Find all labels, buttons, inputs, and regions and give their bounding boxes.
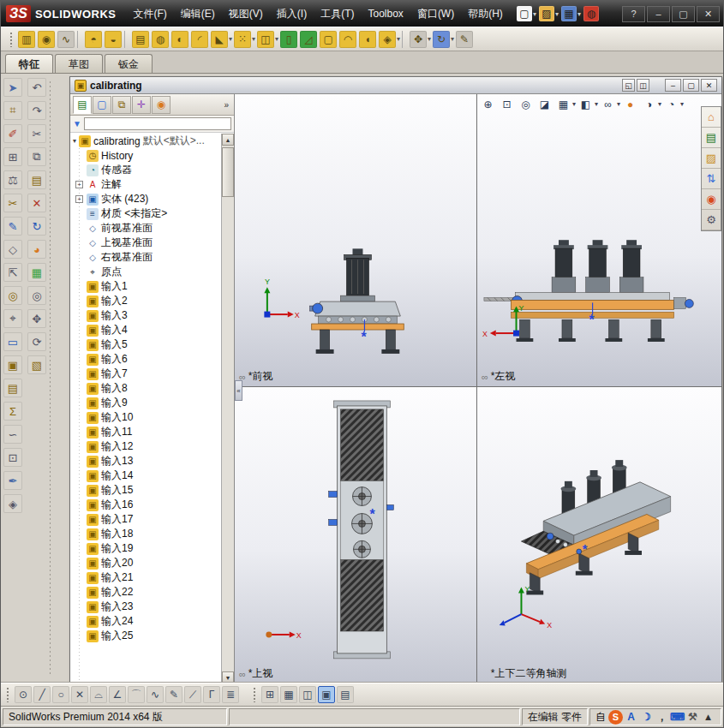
tree-item[interactable]: ▣ 输入12 <box>73 439 220 454</box>
new-document-icon[interactable]: ▢ <box>517 6 532 21</box>
document-titlebar[interactable]: ▣ calibrating ◱◫ ‒▢✕ <box>70 77 721 94</box>
tree-item[interactable]: ⌖ 原点 <box>73 265 220 279</box>
tree-item[interactable]: ▣ 输入20 <box>73 556 220 570</box>
doc-minimize-button[interactable]: ‒ <box>665 79 681 92</box>
angle-tool-icon[interactable]: ∠ <box>109 686 126 703</box>
sep2[interactable] <box>124 31 129 48</box>
appearances-icon[interactable]: ◉ <box>702 189 721 210</box>
extrude-cut-icon[interactable]: ▤ <box>132 31 149 48</box>
edit-appearance-icon[interactable]: ● <box>622 96 638 112</box>
tree-item[interactable]: ▣ 输入7 <box>73 367 220 381</box>
trim-tool-icon[interactable]: ✕ <box>71 686 88 703</box>
sogou-input-icon[interactable]: S <box>608 710 623 725</box>
menu-item[interactable]: 帮助(H) <box>461 4 510 23</box>
tree-item[interactable]: ▣ 输入6 <box>73 352 220 367</box>
dropdown-arrow-icon[interactable]: ▾ <box>555 10 559 18</box>
paste-icon[interactable]: ▤ <box>27 170 46 189</box>
coordinate-system-icon[interactable]: ⌖ <box>3 309 22 328</box>
displaymanager-tab[interactable]: ◉ <box>152 96 171 114</box>
viewport-left[interactable]: * Y X ∞ *左视 <box>477 94 721 387</box>
language-a-icon[interactable]: A <box>624 710 638 725</box>
draft-icon[interactable]: ◿ <box>300 31 317 48</box>
dropdown-arrow-icon[interactable]: ▾ <box>428 35 431 43</box>
tree-item[interactable]: ◇ 右视基准面 <box>73 250 220 265</box>
hole-wizard-icon[interactable]: ◍ <box>152 31 169 48</box>
open-icon[interactable]: ▨ <box>539 6 554 21</box>
pattern-tool-icon[interactable]: ≣ <box>222 686 239 703</box>
line-tool-icon[interactable]: ╱ <box>33 686 51 703</box>
tree-item[interactable]: ▣ 输入8 <box>73 381 220 396</box>
shell-icon[interactable]: ▢ <box>320 31 337 48</box>
swept-boss-icon[interactable]: ∿ <box>57 31 75 48</box>
tree-collapse-handle[interactable]: « <box>235 380 242 401</box>
tray-expand-icon[interactable]: ▴ <box>701 710 715 725</box>
tree-item[interactable]: ◇ 前视基准面 <box>73 221 220 236</box>
viewport-isometric[interactable]: * Y X ∞ *上 <box>477 387 721 683</box>
four-view-icon[interactable]: ▣ <box>318 686 335 703</box>
sep3[interactable] <box>402 31 407 48</box>
corner-tool-icon[interactable]: Γ <box>203 686 220 703</box>
mirror-tool-icon[interactable]: ⟋ <box>184 686 201 703</box>
select-icon[interactable]: ➤ <box>3 78 22 97</box>
menu-item[interactable]: 编辑(E) <box>174 4 222 23</box>
punctuation-icon[interactable]: ， <box>655 710 669 725</box>
point-tool-icon[interactable]: ◎ <box>3 286 22 305</box>
instant3d-icon[interactable]: ✥ <box>410 31 427 48</box>
revolve-boss-icon[interactable]: ◉ <box>38 31 55 48</box>
notify-down-icon[interactable]: ◒ <box>105 31 122 48</box>
texture-icon[interactable]: ▦ <box>27 263 46 282</box>
dropdown-arrow-icon[interactable]: ▾ <box>572 100 576 108</box>
copy-icon[interactable]: ⧉ <box>27 147 46 166</box>
dimxpert-tab[interactable]: ✛ <box>132 96 151 114</box>
home-icon[interactable]: ⌂ <box>702 107 721 128</box>
sketch-tool-icon[interactable]: ✎ <box>165 686 182 703</box>
sketch-pencil-icon[interactable]: ✎ <box>456 31 473 48</box>
tree-item[interactable]: ▣ 输入11 <box>73 425 220 439</box>
tree-item[interactable]: ▣ 输入18 <box>73 527 220 541</box>
configurationmanager-tab[interactable]: ⧉ <box>112 96 131 114</box>
measure-icon[interactable]: ⊞ <box>3 147 22 166</box>
fillet-icon[interactable]: ◜ <box>191 31 208 48</box>
dropdown-arrow-icon[interactable]: ▾ <box>533 10 536 18</box>
status-light-icon[interactable]: ◍ <box>583 6 599 21</box>
scrollbar-thumb[interactable] <box>222 147 234 197</box>
tree-item[interactable]: ▣ 输入10 <box>73 410 220 425</box>
note-icon[interactable]: ✐ <box>3 124 22 143</box>
tree-item[interactable]: ▣ 输入5 <box>73 337 220 352</box>
filter-input[interactable] <box>84 117 231 130</box>
maximize-button[interactable]: ▢ <box>672 6 695 22</box>
equations-icon[interactable]: Σ <box>3 402 22 421</box>
wrap-icon[interactable]: ◠ <box>339 31 356 48</box>
hide-show-items-icon[interactable]: ∞ <box>600 96 616 112</box>
toolbar-drag-handle[interactable] <box>6 687 9 702</box>
tree-item[interactable]: ▣ 输入25 <box>73 629 220 643</box>
scroll-up-icon[interactable]: ▲ <box>222 134 234 146</box>
dropdown-arrow-icon[interactable]: ▾ <box>229 35 232 43</box>
reference-geometry-icon[interactable]: ◈ <box>379 31 396 48</box>
dropdown-arrow-icon[interactable]: ▾ <box>595 100 598 108</box>
axis-tool-icon[interactable]: ⇱ <box>3 263 22 282</box>
tree-root-item[interactable]: ▾ ▣ calibrating 默认<默认>... <box>73 134 220 148</box>
notify-up-icon[interactable]: ◓ <box>85 31 102 48</box>
minimize-button[interactable]: ‒ <box>647 6 670 22</box>
mass-properties-icon[interactable]: ⚖ <box>3 170 22 189</box>
plane-tool-icon[interactable]: ◇ <box>3 240 22 259</box>
display-style-icon[interactable]: ◧ <box>577 96 594 112</box>
curves-icon[interactable]: ∽ <box>3 425 22 444</box>
two-view-horizontal-icon[interactable]: ▦ <box>280 686 297 703</box>
dome-icon[interactable]: ◖ <box>359 31 376 48</box>
help-button[interactable]: ? <box>622 6 645 22</box>
tree-item[interactable]: + A 注解 <box>73 177 220 192</box>
rib-icon[interactable]: ▯ <box>280 31 297 48</box>
rotate-view-icon[interactable]: ⟳ <box>27 332 46 351</box>
design-table-icon[interactable]: ▤ <box>3 379 22 397</box>
search-arrows-icon[interactable]: ⇅ <box>702 169 721 189</box>
expand-toggle-icon[interactable]: + <box>75 181 83 188</box>
mirror-icon[interactable]: ◫ <box>257 31 274 48</box>
section-properties-icon[interactable]: ✂ <box>3 194 22 212</box>
zoom-tool-icon[interactable]: ◎ <box>27 286 46 305</box>
moon-icon[interactable]: ☽ <box>639 710 654 725</box>
tree-item[interactable]: ≡ 材质 <未指定> <box>73 206 220 221</box>
wrench-icon[interactable]: ⚒ <box>685 710 700 725</box>
file-explorer-icon[interactable]: ▨ <box>702 148 721 169</box>
